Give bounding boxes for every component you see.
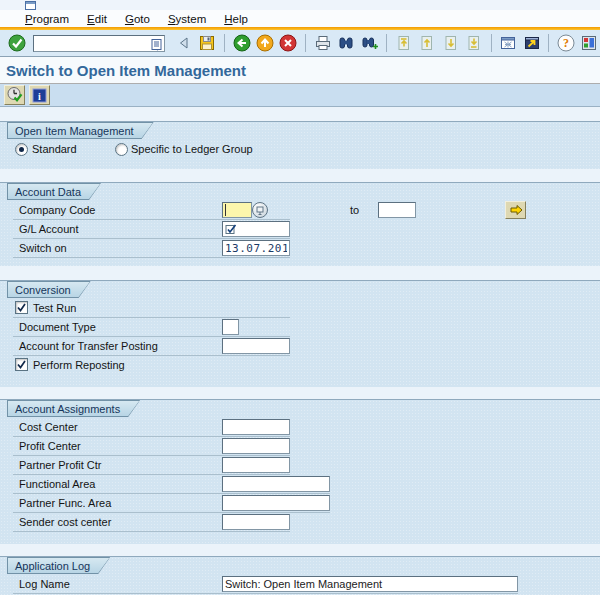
- partner-func-area-input[interactable]: [222, 495, 330, 511]
- command-field: [33, 34, 165, 53]
- find-icon: [336, 33, 356, 53]
- cancel-icon: [278, 33, 298, 53]
- gl-account-label: G/L Account: [19, 223, 79, 235]
- print-button[interactable]: [312, 32, 333, 54]
- menu-bar: Program Edit Goto System Help: [0, 10, 600, 27]
- cost-center-input[interactable]: [222, 419, 290, 435]
- functional-area-input[interactable]: [222, 476, 330, 492]
- perform-reposting-row: Perform Reposting: [0, 356, 600, 375]
- partner-profit-ctr-input[interactable]: [222, 457, 290, 473]
- save-button[interactable]: [197, 32, 218, 54]
- transfer-account-row: Account for Transfer Posting: [0, 337, 600, 356]
- selection-screen: Open Item Management Standard Specific t…: [0, 107, 600, 595]
- transfer-account-input[interactable]: [222, 338, 290, 354]
- profit-center-label: Profit Center: [19, 440, 81, 452]
- company-code-to-input[interactable]: [378, 202, 416, 218]
- new-session-button[interactable]: [498, 32, 519, 54]
- row-divider: [13, 593, 518, 594]
- command-history-icon[interactable]: [151, 37, 162, 49]
- document-type-input[interactable]: [222, 319, 239, 335]
- cancel-button[interactable]: [278, 32, 299, 54]
- save-icon: [197, 33, 217, 53]
- back-button[interactable]: [231, 32, 252, 54]
- radio-standard-label: Standard: [32, 143, 77, 155]
- radio-standard[interactable]: [15, 143, 28, 156]
- check-icon: [16, 359, 27, 370]
- application-toolbar: i: [0, 84, 600, 107]
- menu-edit[interactable]: Edit: [78, 12, 116, 26]
- company-code-input[interactable]: [222, 202, 252, 218]
- toolbar-separator: [491, 34, 492, 52]
- execute-button[interactable]: [4, 85, 25, 105]
- cost-center-label: Cost Center: [19, 421, 78, 433]
- radio-ledger-group[interactable]: [115, 143, 128, 156]
- menu-help[interactable]: Help: [215, 12, 257, 26]
- section-gap: [0, 107, 600, 121]
- sender-cost-center-input[interactable]: [222, 514, 290, 530]
- toolbar-separator: [386, 34, 387, 52]
- section-gap: [0, 387, 600, 399]
- test-run-checkbox[interactable]: [15, 301, 28, 314]
- toolbar-separator: [224, 34, 225, 52]
- matchcode-button[interactable]: [252, 202, 268, 218]
- multiple-selection-arrow-icon: [509, 204, 523, 216]
- information-icon: i: [32, 88, 47, 103]
- profit-center-input[interactable]: [222, 438, 290, 454]
- help-icon: ?: [556, 33, 576, 53]
- log-name-input[interactable]: [222, 576, 518, 592]
- next-page-button[interactable]: [440, 32, 461, 54]
- find-next-icon: [360, 33, 380, 53]
- previous-page-button[interactable]: [417, 32, 438, 54]
- window-titlebar: [0, 0, 600, 10]
- customize-layout-button[interactable]: [579, 32, 600, 54]
- first-page-button[interactable]: [393, 32, 414, 54]
- page-title: Switch to Open Item Management: [0, 57, 600, 84]
- section-gap: [0, 169, 600, 182]
- partner-func-area-row: Partner Func. Area: [0, 494, 600, 513]
- execute-icon: [6, 86, 24, 104]
- shortcut-button[interactable]: [521, 32, 542, 54]
- functional-area-label: Functional Area: [19, 478, 95, 490]
- exit-button[interactable]: [254, 32, 275, 54]
- find-button[interactable]: [336, 32, 357, 54]
- collapse-command-button[interactable]: [173, 32, 194, 54]
- radio-row: Standard Specific to Ledger Group: [0, 140, 600, 160]
- perform-reposting-checkbox[interactable]: [15, 358, 28, 371]
- matchcode-icon: [256, 206, 265, 215]
- find-next-button[interactable]: [359, 32, 380, 54]
- section-tab: Account Assignments: [7, 400, 140, 417]
- enter-button[interactable]: [6, 32, 27, 54]
- row-divider: [13, 531, 290, 532]
- test-run-label: Test Run: [33, 302, 76, 314]
- menu-goto[interactable]: Goto: [116, 12, 159, 26]
- command-input[interactable]: [33, 35, 165, 52]
- text-cursor: [225, 204, 226, 216]
- range-to-label: to: [350, 204, 359, 216]
- new-session-icon: [498, 33, 518, 53]
- enter-icon: [7, 33, 27, 53]
- collapse-icon: [176, 35, 192, 51]
- section-account-assignments: Account Assignments Cost Center Profit C…: [0, 399, 600, 544]
- partner-profit-ctr-label: Partner Profit Ctr: [19, 459, 102, 471]
- info-button[interactable]: i: [29, 85, 50, 105]
- last-page-button[interactable]: [463, 32, 484, 54]
- test-run-row: Test Run: [0, 299, 600, 318]
- multiple-selection-button[interactable]: [505, 201, 526, 219]
- partner-profit-ctr-row: Partner Profit Ctr: [0, 456, 600, 475]
- cost-center-row: Cost Center: [0, 418, 600, 437]
- sender-cost-center-label: Sender cost center: [19, 516, 111, 528]
- menu-program[interactable]: Program: [16, 12, 78, 26]
- section-conversion: Conversion Test Run Document Type Accoun…: [0, 280, 600, 387]
- section-title: Account Data: [8, 184, 101, 199]
- section-gap: [0, 266, 600, 280]
- section-title: Account Assignments: [8, 401, 140, 416]
- print-icon: [313, 33, 333, 53]
- sender-cost-center-row: Sender cost center: [0, 513, 600, 532]
- svg-text:i: i: [38, 90, 41, 101]
- profit-center-row: Profit Center: [0, 437, 600, 456]
- help-button[interactable]: ?: [555, 32, 576, 54]
- section-gap: [0, 544, 600, 556]
- switch-on-date-input[interactable]: [222, 240, 290, 256]
- menu-system[interactable]: System: [159, 12, 215, 26]
- section-title: Open Item Management: [8, 123, 154, 138]
